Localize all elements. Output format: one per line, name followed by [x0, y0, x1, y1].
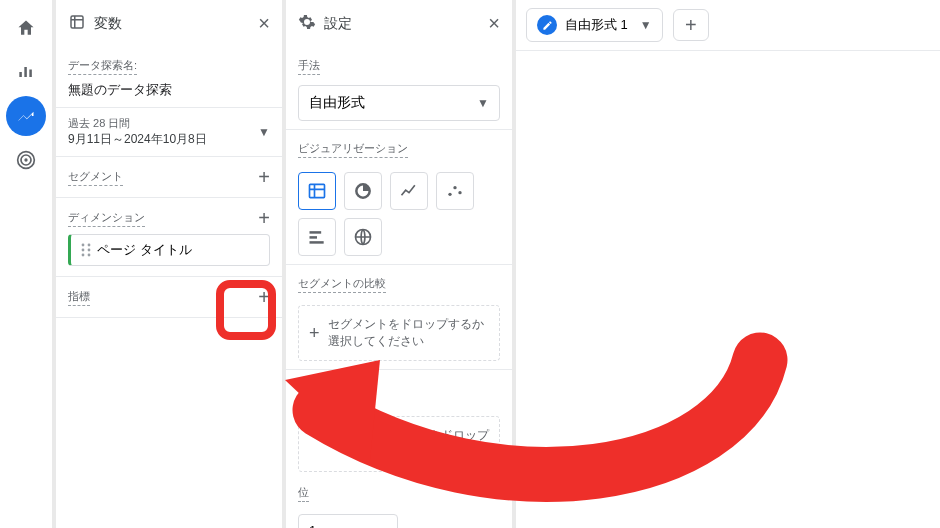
svg-rect-15 [310, 241, 324, 244]
variables-title: 変数 [94, 15, 122, 33]
chevron-down-icon: ▼ [640, 18, 652, 32]
globe-icon [353, 227, 373, 247]
date-range-section[interactable]: 過去 28 日間 9月11日～2024年10月8日 ▼ [56, 108, 282, 157]
settings-header: 設定 × [286, 8, 512, 47]
svg-point-4 [82, 249, 85, 252]
rows-start-input[interactable]: 1 [298, 514, 398, 528]
metrics-label: 指標 [68, 289, 90, 306]
date-range-value: 9月11日～2024年10月8日 [68, 131, 207, 148]
tab-bar: 自由形式 1 ▼ + [516, 0, 940, 50]
svg-point-11 [453, 186, 456, 189]
close-settings-button[interactable]: × [488, 12, 500, 35]
segments-label: セグメント [68, 169, 123, 186]
method-select[interactable]: 自由形式 ▼ [298, 85, 500, 121]
donut-icon [353, 181, 373, 201]
viz-bar-h-button[interactable] [298, 218, 336, 256]
nav-admin[interactable] [6, 140, 46, 180]
svg-point-2 [82, 244, 85, 247]
chevron-down-icon: ▼ [258, 125, 270, 139]
viz-label: ビジュアリゼーション [298, 141, 408, 158]
exploration-name-section: データ探索名: 無題のデータ探索 [56, 47, 282, 108]
dimensions-row: ディメンション + [56, 198, 282, 228]
rows-drop-text: ションをドロップ してください [393, 427, 489, 461]
rows-start-value: 1 [309, 523, 316, 528]
line-icon [399, 181, 419, 201]
svg-rect-8 [310, 184, 325, 197]
nav-home[interactable] [6, 8, 46, 48]
segment-drop-zone[interactable]: + セグメントをドロップするか選択してください [298, 305, 500, 361]
add-metric-button[interactable]: + [258, 287, 270, 307]
data-icon [68, 13, 86, 35]
gear-icon [298, 13, 316, 35]
tab-label: 自由形式 1 [565, 16, 628, 34]
add-dimension-button[interactable]: + [258, 208, 270, 228]
chevron-down-icon: ▼ [477, 96, 489, 110]
pencil-icon [537, 15, 557, 35]
rows-section: ションをドロップ してください 位 1 [286, 370, 512, 528]
variables-panel: 変数 × データ探索名: 無題のデータ探索 過去 28 日間 9月11日～202… [52, 0, 282, 528]
segment-compare-label: セグメントの比較 [298, 276, 386, 293]
scatter-icon [445, 181, 465, 201]
method-section: 手法 自由形式 ▼ [286, 47, 512, 130]
viz-line-button[interactable] [390, 172, 428, 210]
table-icon [307, 181, 327, 201]
method-value: 自由形式 [309, 94, 365, 112]
svg-rect-14 [310, 236, 318, 239]
viz-section: ビジュアリゼーション [286, 130, 512, 265]
add-tab-button[interactable]: + [673, 9, 709, 41]
viz-globe-button[interactable] [344, 218, 382, 256]
viz-donut-button[interactable] [344, 172, 382, 210]
svg-rect-1 [71, 16, 83, 28]
viz-table-button[interactable] [298, 172, 336, 210]
segments-row: セグメント + [56, 157, 282, 198]
viz-scatter-button[interactable] [436, 172, 474, 210]
explore-icon [16, 106, 36, 126]
drag-handle-icon[interactable] [81, 243, 91, 257]
main-area: 自由形式 1 ▼ + [512, 0, 940, 528]
plus-icon: + [309, 323, 320, 344]
add-segment-button[interactable]: + [258, 167, 270, 187]
tab-freeform-1[interactable]: 自由形式 1 ▼ [526, 8, 663, 42]
segment-compare-section: セグメントの比較 + セグメントをドロップするか選択してください [286, 265, 512, 370]
dimension-chip[interactable]: ページ タイトル [68, 234, 270, 266]
svg-point-5 [88, 249, 91, 252]
svg-point-7 [88, 254, 91, 257]
variables-header: 変数 × [56, 8, 282, 47]
settings-title: 設定 [324, 15, 352, 33]
svg-point-6 [82, 254, 85, 257]
close-variables-button[interactable]: × [258, 12, 270, 35]
exploration-name-value[interactable]: 無題のデータ探索 [68, 81, 270, 99]
home-icon [16, 18, 36, 38]
svg-point-3 [88, 244, 91, 247]
metrics-row: 指標 + [56, 277, 282, 318]
exploration-name-label: データ探索名: [68, 58, 137, 75]
nav-rail [0, 0, 52, 528]
svg-point-10 [448, 193, 451, 196]
method-label: 手法 [298, 58, 320, 75]
dimensions-label: ディメンション [68, 210, 145, 227]
svg-point-0 [24, 158, 27, 161]
nav-explore[interactable] [6, 96, 46, 136]
dimension-chip-label: ページ タイトル [97, 241, 192, 259]
rows-drop-zone[interactable]: ションをドロップ してください [298, 416, 500, 472]
bar-horizontal-icon [307, 227, 327, 247]
segment-drop-text: セグメントをドロップするか選択してください [328, 316, 489, 350]
nav-reports[interactable] [6, 52, 46, 92]
rows-unit-label: 位 [298, 485, 309, 502]
date-range-label: 過去 28 日間 [68, 116, 207, 131]
target-icon [16, 150, 36, 170]
svg-point-12 [458, 191, 461, 194]
settings-panel: 設定 × 手法 自由形式 ▼ ビジュアリゼーション [282, 0, 512, 528]
svg-rect-13 [310, 231, 322, 234]
bar-chart-icon [16, 62, 36, 82]
